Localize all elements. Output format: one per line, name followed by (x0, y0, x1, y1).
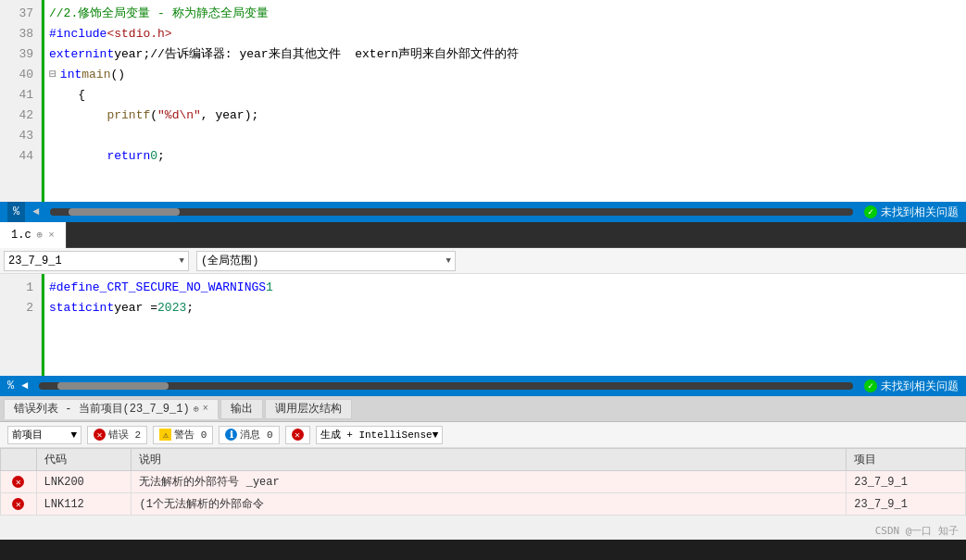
tab-label: 1.c (11, 229, 31, 242)
status-ok-top: ✓ 未找到相关问题 (864, 205, 959, 220)
error-icon-row2: ✕ (12, 498, 24, 510)
table-row[interactable]: ✕ LNK112 (1个无法解析的外部命令 23_7_9_1 (1, 493, 966, 516)
error-code-1: LNK200 (36, 471, 132, 493)
error-table: 代码 说明 项目 ✕ LNK200 无法解析的外部符号 _year 23_7_9… (0, 448, 966, 516)
filter-label: 前项目 (12, 428, 43, 442)
error-row-icon-1: ✕ (1, 471, 37, 493)
error-icon-row1: ✕ (12, 476, 24, 488)
scope-dropdown-left[interactable]: 23_7_9_1 ▼ (4, 251, 189, 271)
code-line-37: //2.修饰全局变量 - 称为静态全局变量 (49, 4, 959, 24)
nav-bar: 23_7_9_1 ▼ (全局范围) ▼ (0, 248, 966, 274)
build-dropdown[interactable]: 生成 + IntelliSense ▼ (316, 426, 444, 444)
col-header-icon (1, 449, 37, 471)
error-label: 错误 2 (108, 428, 141, 442)
error-project-1: 23_7_9_1 (847, 471, 966, 493)
code-content-top[interactable]: //2.修饰全局变量 - 称为静态全局变量 #include <stdio.h>… (42, 0, 966, 202)
watermark: CSDN @一口 知子 (875, 524, 959, 538)
error-project-2: 23_7_9_1 (847, 493, 966, 516)
status-bar-top: % ◄ ✓ 未找到相关问题 (0, 202, 966, 222)
check-icon-bottom: ✓ (864, 380, 877, 392)
error-desc-2: (1个无法解析的外部命令 (132, 493, 847, 516)
col-header-desc: 说明 (132, 449, 847, 471)
pin-icon[interactable]: ⊕ (194, 404, 199, 415)
message-button[interactable]: ℹ 消息 0 (219, 426, 279, 444)
dropdown-arrow-right: ▼ (446, 256, 451, 266)
build-label: 生成 + IntelliSense (320, 428, 433, 442)
scrollbar-top[interactable] (50, 208, 853, 216)
status-bar-bottom: % ◄ ✓ 未找到相关问题 (0, 376, 966, 396)
tab-close-icon[interactable]: × (48, 230, 55, 241)
code-line-1: #define _CRT_SECURE_NO_WARNINGS 1 (49, 278, 959, 298)
line-numbers: 37 38 39 40 41 42 43 44 (0, 0, 42, 202)
code-line-39: extern int year;//告诉编译器: year来自其他文件 exte… (49, 44, 959, 65)
check-icon-top: ✓ (864, 205, 877, 218)
warning-button[interactable]: ⚠ 警告 0 (153, 426, 213, 444)
filter-arrow: ▼ (70, 429, 77, 441)
intellisense-icon: ✕ (292, 429, 304, 441)
editor-bottom[interactable]: 1 2 #define _CRT_SECURE_NO_WARNINGS 1 st… (0, 274, 966, 376)
info-icon: ℹ (225, 429, 237, 441)
warning-label: 警告 0 (174, 428, 207, 442)
panel-tab-close-error[interactable]: × (203, 404, 208, 414)
table-row[interactable]: ✕ LNK200 无法解析的外部符号 _year 23_7_9_1 (1, 471, 966, 493)
code-line-44: return 0; (49, 146, 959, 167)
error-button[interactable]: ✕ 错误 2 (87, 426, 147, 444)
code-line-2: static int year = 2023; (49, 298, 959, 318)
line-numbers-bottom: 1 2 (0, 274, 42, 376)
tab-1c[interactable]: 1.c ⊕ × (0, 222, 67, 248)
error-table-container: 代码 说明 项目 ✕ LNK200 无法解析的外部符号 _year 23_7_9… (0, 448, 966, 516)
error-code-2: LNK112 (36, 493, 132, 516)
message-label: 消息 0 (240, 428, 272, 442)
bottom-panel: 错误列表 - 当前项目(23_7_9_1) ⊕ × 输出 调用层次结构 前项目 … (0, 396, 966, 540)
col-header-code: 代码 (36, 449, 132, 471)
code-line-41: { (49, 85, 959, 106)
editor-top[interactable]: 37 38 39 40 41 42 43 44 //2.修饰全局变量 - 称为静… (0, 0, 966, 202)
tab-pin-icon[interactable]: ⊕ (37, 229, 44, 241)
scope-dropdown-right[interactable]: (全局范围) ▼ (196, 251, 456, 271)
col-header-project: 项目 (847, 449, 966, 471)
error-desc-1: 无法解析的外部符号 _year (132, 471, 847, 493)
error-row-icon-2: ✕ (1, 493, 37, 516)
scrollbar-bottom[interactable] (39, 382, 853, 390)
warning-icon: ⚠ (159, 429, 171, 441)
intellisense-filter-button[interactable]: ✕ (285, 426, 310, 444)
error-icon: ✕ (94, 429, 106, 441)
callstack-label: 调用层次结构 (275, 401, 342, 417)
panel-tab-bar: 错误列表 - 当前项目(23_7_9_1) ⊕ × 输出 调用层次结构 (0, 396, 966, 422)
code-line-42: printf("%d\n", year); (49, 106, 959, 126)
scroll-arrow-bottom: ◄ (21, 380, 28, 392)
code-line-38: #include <stdio.h> (49, 24, 959, 44)
panel-toolbar: 前项目 ▼ ✕ 错误 2 ⚠ 警告 0 ℹ 消息 0 ✕ 生成 + Intell… (0, 422, 966, 448)
tab-bar: 1.c ⊕ × (0, 222, 966, 248)
status-ok-bottom: ✓ 未找到相关问题 (864, 379, 959, 394)
code-line-40: ⊟int main() (49, 65, 959, 85)
output-label: 输出 (231, 401, 253, 417)
panel-tab-output[interactable]: 输出 (220, 399, 263, 419)
scroll-arrow: ◄ (32, 205, 39, 218)
zoom-percent-bottom[interactable]: % (7, 380, 14, 392)
filter-dropdown[interactable]: 前项目 ▼ (7, 426, 82, 444)
error-list-label: 错误列表 - 当前项目(23_7_9_1) (14, 401, 190, 417)
panel-tab-callstack[interactable]: 调用层次结构 (265, 399, 352, 419)
zoom-percent[interactable]: % (7, 202, 25, 222)
code-line-43 (49, 126, 959, 146)
build-arrow: ▼ (433, 429, 439, 441)
panel-tab-error-list[interactable]: 错误列表 - 当前项目(23_7_9_1) ⊕ × (4, 399, 219, 419)
dropdown-arrow-left: ▼ (180, 256, 184, 266)
code-content-bottom[interactable]: #define _CRT_SECURE_NO_WARNINGS 1 static… (42, 274, 966, 376)
